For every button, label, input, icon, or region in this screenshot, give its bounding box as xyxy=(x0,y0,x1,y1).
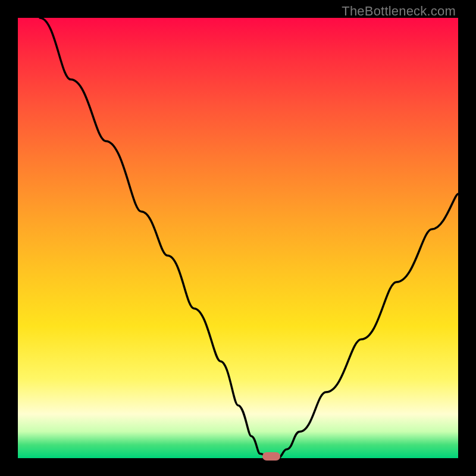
plot-area xyxy=(18,18,458,458)
chart-stage: TheBottleneck.com xyxy=(0,0,476,476)
optimal-marker xyxy=(262,452,280,461)
bottleneck-curve xyxy=(18,18,458,458)
watermark-text: TheBottleneck.com xyxy=(342,4,456,19)
